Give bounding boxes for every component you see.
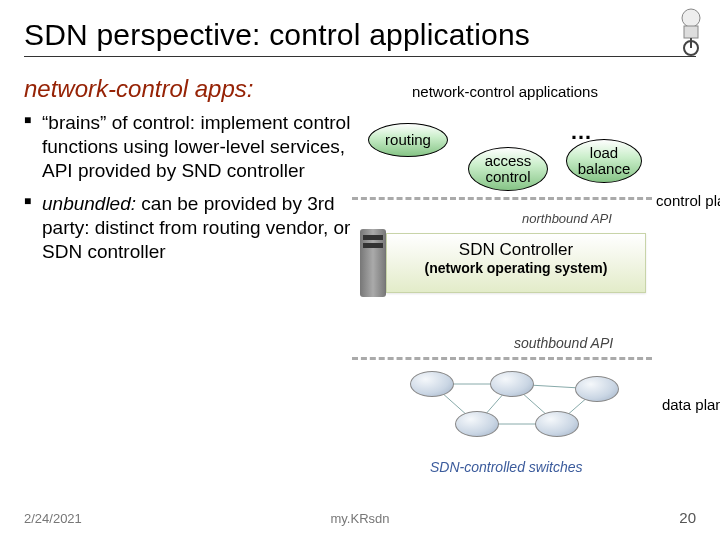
control-plane-label: control plane [656,193,720,210]
footer-date: 2/24/2021 [24,511,82,526]
list-item: “brains” of control: implement control f… [24,111,352,182]
svg-point-0 [682,9,700,27]
northbound-api-label: northbound API [522,211,612,226]
footer: 2/24/2021 my.KRsdn [24,511,696,526]
switch-network [392,369,642,449]
list-item: unbundled: can be provided by 3rd party:… [24,192,352,263]
switch-icon [455,411,499,437]
slide-title: SDN perspective: control applications [24,18,696,52]
controller-subtitle: (network operating system) [387,260,645,276]
app-access-control: access control [468,147,548,191]
mascot-icon [670,4,712,56]
ellipsis-icon: … [570,119,592,145]
app-routing: routing [368,123,448,157]
app-load-balance: load balance [566,139,642,183]
control-plane-divider [352,197,652,200]
switch-icon [535,411,579,437]
data-plane-divider [352,357,652,360]
southbound-api-label: southbound API [514,335,613,351]
footer-center: my.KRsdn [331,511,390,526]
svg-rect-1 [684,26,698,38]
apps-heading: network-control applications [412,83,598,100]
switches-label: SDN-controlled switches [430,459,583,475]
bullet-list: “brains” of control: implement control f… [24,111,352,451]
server-icon [360,229,386,297]
page-number: 20 [679,509,696,526]
title-rule [24,56,696,57]
data-plane-label: data plane [662,397,720,414]
diagram: network-control applications routing acc… [352,111,696,451]
sdn-controller-box: SDN Controller (network operating system… [386,233,646,293]
switch-icon [410,371,454,397]
switch-icon [490,371,534,397]
switch-icon [575,376,619,402]
controller-title: SDN Controller [387,240,645,260]
